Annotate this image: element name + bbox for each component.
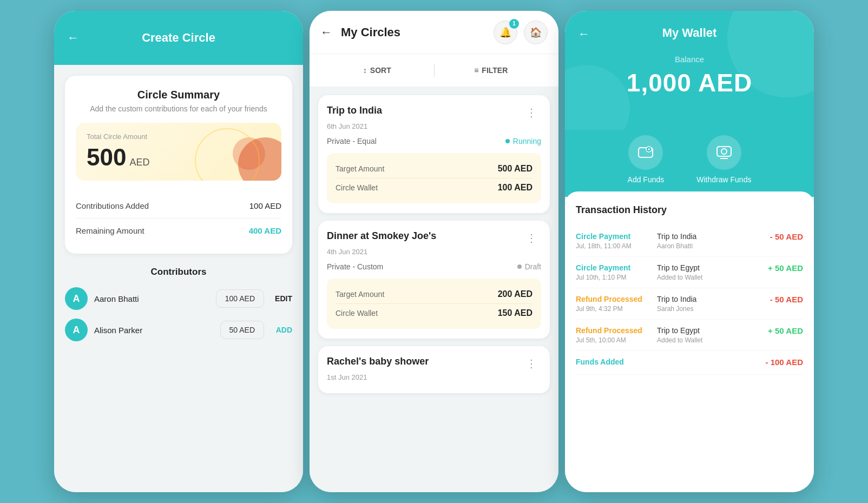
circle-card-header-1: Dinner at Smokey Joe's ⋮ [327,230,541,246]
contributors-title: Contributors [65,267,292,277]
wallet-amount-row-0: Circle Wallet 100 AED [336,178,532,197]
txn-row-4: Funds Added - 100 AED [576,351,803,375]
screen-my-wallet: ← My Wallet Balance 1,000 AED Add Funds [565,11,814,492]
txn-sub-3: Added to Wallet [657,336,762,344]
add-funds-button[interactable]: Add Funds [628,135,665,184]
txn-left-4: Funds Added [576,358,652,368]
txn-sub-1: Added to Wallet [657,274,762,281]
txn-date-1: Jul 10th, 1:10 PM [576,274,652,281]
back-button[interactable]: ← [67,31,79,45]
contributions-added-row: Contributions Added 100 AED [76,194,281,219]
wallet-value-1: 150 AED [498,308,532,318]
circle-card-0[interactable]: Trip to India ⋮ 6th Jun 2021 Private - E… [318,95,550,213]
contributor-amount-1: 50 AED [220,321,264,339]
filter-icon: ≡ [474,66,478,75]
balance-amount: 1,000 AED [627,68,752,97]
sort-icon: ↕ [363,66,367,75]
contributor-avatar-1: A [65,319,88,341]
txn-middle-0: Trip to India Aaron Bhatti [657,232,765,250]
txn-left-0: Circle Payment Jul, 18th, 11:00 AM [576,232,652,250]
filter-label: FILTER [482,66,508,75]
wallet-amount-row-1: Circle Wallet 150 AED [336,304,532,322]
contributions-added-label: Contributions Added [76,201,149,210]
circle-card-header-2: Rachel's baby shower ⋮ [327,356,541,371]
back-button[interactable]: ← [578,27,590,41]
page-title: Create Circle [142,31,215,45]
circle-status-1: Draft [517,262,541,271]
circle-menu-0[interactable]: ⋮ [523,105,541,120]
bell-icon: 🔔 [499,27,511,38]
withdraw-funds-icon [707,135,741,170]
txn-middle-2: Trip to India Sarah Jones [657,295,765,313]
circle-menu-1[interactable]: ⋮ [523,230,541,246]
circle-amounts-1: Target Amount 200 AED Circle Wallet 150 … [327,279,541,329]
txn-type-1: Circle Payment [576,263,652,272]
target-amount-value-0: 500 AED [498,164,532,174]
contributor-add-button-1[interactable]: ADD [271,326,292,334]
contributor-avatar-0: A [65,287,88,310]
sort-button[interactable]: ↕ SORT [320,62,434,79]
back-button[interactable]: ← [320,25,332,39]
status-label-1: Draft [525,262,541,271]
circle-title-0: Trip to India [327,105,382,116]
circle-type-0: Private - Equal [327,137,377,145]
contributions-added-value: 100 AED [249,201,281,210]
txn-row-2: Refund Processed Jul 9th, 4:32 PM Trip t… [576,288,803,320]
txn-middle-3: Trip to Egypt Added to Wallet [657,326,762,344]
wallet-label-1: Circle Wallet [336,309,378,317]
txn-type-3: Refund Processed [576,326,652,335]
target-amount-row-1: Target Amount 200 AED [336,285,532,304]
circle-type-1: Private - Custom [327,262,383,271]
wallet-actions-bar: Add Funds Withdraw Funds [565,130,814,197]
target-amount-label-0: Target Amount [336,164,384,173]
wallet-body: Transaction History Circle Payment Jul, … [565,191,814,492]
page-title: My Wallet [662,26,717,40]
circle-status-row-0: Private - Equal Running [327,137,541,145]
wallet-label-0: Circle Wallet [336,183,378,192]
contributor-amount-0: 100 AED [216,289,264,308]
contributor-row: A Aaron Bhatti 100 AED EDIT [65,287,292,310]
txn-left-2: Refund Processed Jul 9th, 4:32 PM [576,295,652,313]
contributor-row: A Alison Parker 50 AED ADD [65,319,292,341]
txn-date-0: Jul, 18th, 11:00 AM [576,242,652,250]
remaining-amount-value: 400 AED [249,226,281,235]
total-amount-number: 500 [87,144,126,171]
balance-label: Balance [675,55,704,64]
filter-button[interactable]: ≡ FILTER [435,62,548,79]
circle-card-2[interactable]: Rachel's baby shower ⋮ 1st Jun 2021 [318,346,550,393]
contributor-edit-button-0[interactable]: EDIT [271,294,292,303]
screen-my-circles: ← My Circles 🔔 1 🏠 ↕ SORT ≡ FILTER Trip … [310,11,558,492]
sort-filter-toolbar: ↕ SORT ≡ FILTER [310,54,558,87]
status-dot-1 [517,264,522,269]
transaction-history-title: Transaction History [576,204,803,216]
home-button[interactable]: 🏠 [524,21,548,44]
txn-type-2: Refund Processed [576,295,652,303]
my-circles-header: ← My Circles 🔔 1 🏠 [310,11,558,54]
add-funds-label: Add Funds [628,175,665,184]
circle-menu-2[interactable]: ⋮ [523,356,541,371]
circle-status-row-1: Private - Custom Draft [327,262,541,271]
circle-card-1[interactable]: Dinner at Smokey Joe's ⋮ 4th Jun 2021 Pr… [318,221,550,339]
circle-amounts-0: Target Amount 500 AED Circle Wallet 100 … [327,153,541,203]
txn-row-1: Circle Payment Jul 10th, 1:10 PM Trip to… [576,257,803,288]
txn-left-3: Refund Processed Jul 5th, 10:00 AM [576,326,652,344]
target-amount-label-1: Target Amount [336,290,384,299]
circle-date-0: 6th Jun 2021 [327,122,541,130]
circle-card-header-0: Trip to India ⋮ [327,105,541,120]
notification-button[interactable]: 🔔 1 [494,21,517,44]
remaining-amount-row: Remaining Amount 400 AED [76,219,281,243]
svg-rect-4 [717,147,731,156]
contributor-name-1: Alison Parker [94,326,214,335]
status-label-0: Running [513,137,541,145]
circle-summary-card: Circle Summary Add the custom contributi… [65,76,292,254]
txn-middle-1: Trip to Egypt Added to Wallet [657,263,762,281]
txn-amount-3: + 50 AED [768,326,803,335]
target-amount-row-0: Target Amount 500 AED [336,160,532,178]
page-title: My Circles [341,25,487,39]
withdraw-funds-button[interactable]: Withdraw Funds [696,135,751,184]
txn-name-0: Trip to India [657,232,765,241]
add-funds-icon [628,135,663,170]
circle-date-2: 1st Jun 2021 [327,373,541,381]
screen-create-circle: ← Create Circle Circle Summary Add the c… [54,11,303,492]
circle-date-1: 4th Jun 2021 [327,248,541,256]
